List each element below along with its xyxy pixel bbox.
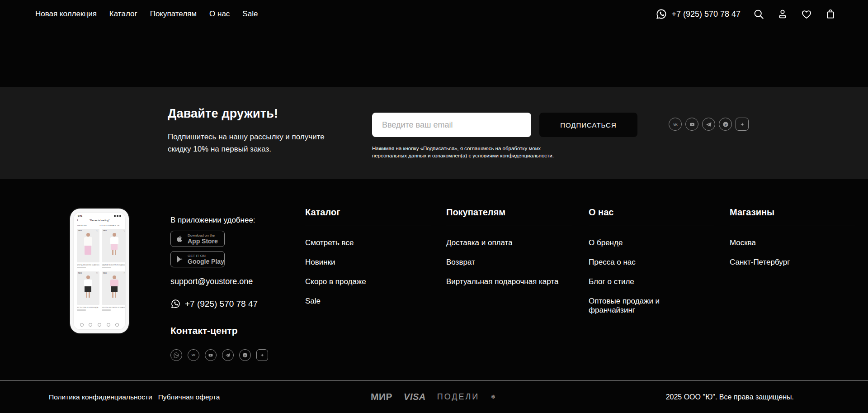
- appstore-badge[interactable]: Download on the App Store: [170, 231, 225, 247]
- footer-column-customers: Покупателям Доставка и оплата Возврат Ви…: [446, 207, 572, 297]
- newsletter-form: ПОДПИСАТЬСЯ Нажимая на кнопку «Подписать…: [372, 113, 637, 159]
- privacy-policy-link[interactable]: Политика конфиденциальности: [49, 393, 152, 401]
- heart-icon: ♡: [96, 272, 98, 275]
- search-tab-icon: [89, 323, 92, 327]
- footer-column-catalog: Каталог Смотреть все Новинки Скоро в про…: [305, 207, 431, 316]
- link-see-all[interactable]: Смотреть все: [305, 238, 354, 247]
- legal-links: Политика конфиденциальности Публичная оф…: [49, 393, 220, 401]
- bottom-bar: Политика конфиденциальности Публичная оф…: [0, 380, 868, 413]
- app-contact-column: В приложении удобнее: Download on the Ap…: [170, 216, 274, 361]
- nav-catalog[interactable]: Каталог: [109, 9, 137, 19]
- account-icon: [777, 8, 788, 20]
- column-title: О нас: [589, 207, 714, 217]
- nav-new-collection[interactable]: Новая коллекция: [35, 9, 97, 19]
- youtube-icon[interactable]: [205, 349, 217, 361]
- link-wholesale[interactable]: Оптовые продажи и франчайзинг: [589, 297, 679, 315]
- google-play-icon: [175, 255, 184, 264]
- divider: [730, 226, 855, 226]
- payment-logos: МИР VISA ПОДЕЛИ ❄: [371, 389, 495, 405]
- link-delivery[interactable]: Доставка и оплата: [446, 238, 513, 247]
- divider: [589, 226, 714, 226]
- heart-icon: ♡: [123, 272, 125, 275]
- link-coming-soon[interactable]: Скоро в продаже: [305, 277, 366, 286]
- link-press[interactable]: Пресса о нас: [589, 258, 636, 266]
- back-arrow-icon: ‹: [77, 218, 78, 222]
- heart-icon: ♡: [96, 229, 98, 232]
- newsletter-title: Давайте дружить!: [168, 107, 325, 121]
- visa-logo: VISA: [404, 392, 426, 402]
- phone-product-grid: NEW ♡ БЛУЗА MODERN CLASSIC NEW ♡: [74, 228, 125, 312]
- public-offer-link[interactable]: Публичная оферта: [158, 393, 220, 401]
- newsletter-text: Давайте дружить! Подпишитесь на нашу рас…: [168, 107, 325, 155]
- whatsapp-icon: [656, 8, 667, 20]
- link-style-blog[interactable]: Блог о стиле: [589, 277, 634, 286]
- newsletter-socials: [669, 118, 749, 131]
- footer-column-stores: Магазины Москва Санкт-Петербург: [730, 207, 855, 277]
- email-input[interactable]: [372, 113, 531, 137]
- column-title: Каталог: [305, 207, 431, 217]
- link-spb[interactable]: Санкт-Петербург: [730, 258, 790, 266]
- divider: [446, 226, 572, 226]
- profile-tab-icon: [115, 323, 119, 327]
- snowflake-payment-icon: ❄: [491, 394, 495, 400]
- zen-sparkle-icon[interactable]: [256, 349, 268, 361]
- phone-product-card: NEW ♡ ФУТБОЛКА БОЙФРЕНДА: [77, 271, 99, 312]
- column-title: Покупателям: [446, 207, 572, 217]
- wishlist-button[interactable]: [801, 8, 812, 20]
- pinterest-icon[interactable]: [719, 118, 732, 131]
- header-phone-link[interactable]: +7 (925) 570 78 47: [656, 8, 741, 20]
- search-button[interactable]: [753, 8, 764, 20]
- contact-phone-link[interactable]: +7 (925) 570 78 47: [170, 299, 274, 309]
- contact-phone-number: +7 (925) 570 78 47: [185, 299, 258, 309]
- header-actions: +7 (925) 570 78 47: [656, 8, 836, 20]
- footer-column-about: О нас О бренде Пресса о нас Блог о стиле…: [589, 207, 714, 325]
- wishlist-tab-icon: [107, 323, 110, 327]
- account-button[interactable]: [777, 8, 788, 20]
- phone-filters-label: ФИЛЬТРЫ: [77, 224, 87, 227]
- pinterest-icon[interactable]: [239, 349, 251, 361]
- cart-button[interactable]: [825, 8, 836, 20]
- phone-status-icons: [114, 215, 121, 217]
- support-email-link[interactable]: support@youstore.one: [170, 277, 274, 286]
- divider: [305, 226, 431, 226]
- youtube-icon[interactable]: [685, 118, 698, 131]
- app-column-title: В приложении удобнее:: [170, 216, 274, 225]
- nav-customers[interactable]: Покупателям: [150, 9, 197, 19]
- link-moscow[interactable]: Москва: [730, 238, 756, 247]
- vk-icon[interactable]: [669, 118, 682, 131]
- app-screen: 9:41 ‹ "Весна is loading" ФИЛЬТРЫ ПО ПОП…: [73, 212, 126, 330]
- googleplay-badge[interactable]: GET IT ON Google Play: [170, 251, 225, 267]
- whatsapp-icon[interactable]: [170, 349, 182, 361]
- mir-logo: МИР: [371, 391, 392, 402]
- nav-about[interactable]: О нас: [209, 9, 230, 19]
- phone-sort-label: ПО ПОПУЛЯРНОСТИ ⌄: [100, 224, 122, 227]
- phone-product-card: NEW ♡ ШОРТЫ MODERN ROMANCE: [102, 271, 126, 312]
- link-sale[interactable]: Sale: [305, 297, 321, 305]
- link-new[interactable]: Новинки: [305, 258, 335, 266]
- telegram-icon[interactable]: [222, 349, 234, 361]
- link-gift-card[interactable]: Виртуальная подарочная карта: [446, 277, 558, 286]
- search-icon: [753, 8, 764, 20]
- nav-sale[interactable]: Sale: [242, 9, 258, 19]
- home-tab-icon: [80, 323, 84, 327]
- shopping-bag-icon: [825, 8, 836, 20]
- cart-tab-icon: [98, 323, 101, 327]
- header-phone-number: +7 (925) 570 78 47: [671, 9, 741, 19]
- phone-screen-title: "Весна is loading": [90, 219, 109, 222]
- footer-page: Новая коллекция Каталог Покупателям О на…: [0, 0, 868, 413]
- link-brand[interactable]: О бренде: [589, 238, 623, 247]
- phone-product-card: NEW ♡ МАЙКА MODERN ROMANCE: [102, 229, 126, 270]
- newsletter-disclaimer: Нажимая на кнопку «Подписаться», я согла…: [372, 145, 637, 159]
- whatsapp-icon: [170, 299, 181, 309]
- column-title: Магазины: [730, 207, 855, 217]
- subscribe-button[interactable]: ПОДПИСАТЬСЯ: [539, 113, 637, 137]
- zen-sparkle-icon[interactable]: [736, 118, 749, 131]
- telegram-icon[interactable]: [702, 118, 715, 131]
- vk-icon[interactable]: [188, 349, 199, 361]
- newsletter-subtitle: Подпишитесь на нашу рассылку и получите …: [168, 131, 325, 155]
- phone-product-card: NEW ♡ БЛУЗА MODERN CLASSIC: [77, 229, 99, 270]
- newsletter-section: Давайте дружить! Подпишитесь на нашу рас…: [0, 87, 868, 179]
- heart-icon: ♡: [123, 229, 125, 232]
- copyright-text: 2025 ООО "Ю". Все права защищены.: [666, 393, 794, 401]
- link-returns[interactable]: Возврат: [446, 258, 475, 266]
